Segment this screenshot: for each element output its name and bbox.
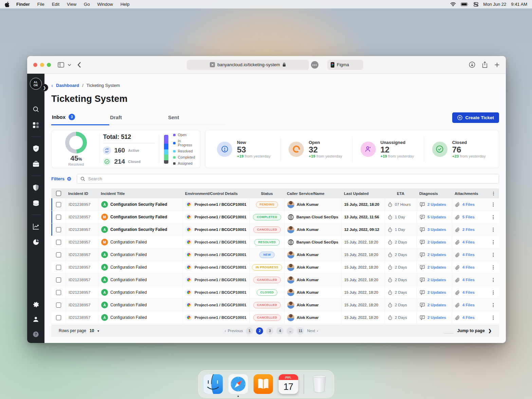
previous-page-button[interactable]: ‹ Previous bbox=[225, 329, 243, 333]
updates-link[interactable]: 2 Updates bbox=[427, 253, 446, 257]
updates-link[interactable]: 2 Updates bbox=[427, 202, 446, 206]
updates-link[interactable]: 2 Updates bbox=[427, 265, 446, 269]
row-checkbox[interactable] bbox=[56, 315, 61, 320]
files-link[interactable]: 4 Files bbox=[462, 253, 475, 257]
row-menu-button[interactable]: ⋮ bbox=[488, 198, 499, 211]
control-center-icon[interactable] bbox=[474, 2, 478, 7]
apple-logo-icon[interactable] bbox=[5, 2, 10, 7]
url-bar[interactable]: ✕ banyancloud.io/ticketing-system bbox=[187, 60, 309, 70]
page-options-button[interactable]: ••• bbox=[311, 61, 318, 69]
files-link[interactable]: 4 Files bbox=[462, 315, 475, 320]
tab-draft[interactable]: Draft bbox=[109, 112, 167, 125]
table-row[interactable]: ID21238957AConfiguration Security Falied… bbox=[51, 198, 499, 211]
files-link[interactable]: 4 Files bbox=[462, 240, 475, 244]
table-row[interactable]: ID21238957AConfiguration Security Falied… bbox=[51, 223, 499, 236]
downloads-icon[interactable] bbox=[469, 61, 475, 68]
page-..[interactable]: .. bbox=[287, 327, 294, 334]
chevron-down-icon[interactable] bbox=[68, 64, 71, 66]
filters-button[interactable]: Filters ⚙ bbox=[51, 176, 71, 182]
wifi-icon[interactable] bbox=[450, 2, 456, 6]
database-icon[interactable] bbox=[32, 199, 40, 207]
user-logo-avatar[interactable]: ALOK bbox=[30, 78, 42, 90]
table-row[interactable]: ID21238957AConfiguration FaliedProject-o… bbox=[51, 286, 499, 299]
finder-dock-icon[interactable] bbox=[203, 374, 223, 394]
chart-line-icon[interactable] bbox=[32, 222, 40, 231]
next-page-button[interactable]: Next › bbox=[307, 329, 318, 333]
shield-check-icon[interactable] bbox=[32, 144, 40, 152]
row-checkbox[interactable] bbox=[56, 227, 61, 232]
updates-link[interactable]: 2 Updates bbox=[427, 303, 446, 307]
page-4[interactable]: 4 bbox=[276, 327, 283, 334]
updates-link[interactable]: 2 Updates bbox=[427, 290, 446, 294]
row-checkbox[interactable] bbox=[56, 277, 61, 283]
safari-dock-icon[interactable] bbox=[228, 374, 248, 394]
updates-link[interactable]: 5 Updates bbox=[427, 215, 446, 219]
page-11[interactable]: 11 bbox=[297, 327, 304, 334]
menu-window[interactable]: Window bbox=[97, 2, 113, 7]
back-button[interactable] bbox=[77, 62, 81, 68]
menu-file[interactable]: File bbox=[37, 2, 44, 7]
table-row[interactable]: ID21238957AConfiguration FaliedProject-o… bbox=[51, 249, 499, 261]
help-icon[interactable]: ? bbox=[32, 330, 40, 338]
row-menu-button[interactable]: ⋮ bbox=[488, 211, 499, 223]
files-link[interactable]: 4 Files bbox=[462, 265, 475, 269]
sidebar-toggle-icon[interactable] bbox=[58, 62, 64, 68]
updates-link[interactable]: 2 Updates bbox=[427, 315, 446, 320]
search-input[interactable] bbox=[88, 176, 495, 181]
search-box[interactable] bbox=[77, 174, 499, 184]
tab-sent[interactable]: Sent bbox=[167, 112, 225, 125]
page-1[interactable]: 1 bbox=[246, 327, 253, 334]
row-checkbox[interactable] bbox=[56, 240, 61, 245]
table-row[interactable]: ID21238957AConfiguration FaliedProject-o… bbox=[51, 261, 499, 274]
row-menu-button[interactable]: ⋮ bbox=[488, 249, 499, 261]
jump-to-page-input[interactable] bbox=[444, 328, 454, 333]
updates-link[interactable]: 3 Updates bbox=[427, 228, 446, 232]
books-dock-icon[interactable] bbox=[253, 374, 273, 394]
row-checkbox[interactable] bbox=[56, 215, 61, 220]
breadcrumb-back-icon[interactable]: ‹ bbox=[51, 83, 53, 88]
row-checkbox[interactable] bbox=[56, 303, 61, 308]
menu-help[interactable]: Help bbox=[121, 2, 130, 7]
files-link[interactable]: 5 Files bbox=[462, 215, 475, 219]
updates-link[interactable]: 2 Updates bbox=[427, 278, 446, 282]
row-menu-button[interactable]: ⋮ bbox=[488, 274, 499, 286]
row-menu-button[interactable]: ⋮ bbox=[488, 299, 499, 311]
table-row[interactable]: ID21238957MConfiguration FaliedProject-o… bbox=[51, 236, 499, 249]
row-menu-button[interactable]: ⋮ bbox=[488, 236, 499, 248]
trash-dock-icon[interactable] bbox=[309, 374, 329, 394]
apps-grid-icon[interactable] bbox=[32, 121, 40, 129]
files-link[interactable]: 4 Files bbox=[462, 278, 475, 282]
page-3[interactable]: 3 bbox=[266, 327, 273, 334]
shield-half-icon[interactable] bbox=[32, 183, 40, 192]
tab-inbox[interactable]: Inbox3 bbox=[51, 112, 109, 125]
row-checkbox[interactable] bbox=[56, 252, 61, 257]
row-checkbox[interactable] bbox=[56, 265, 61, 270]
menu-view[interactable]: View bbox=[67, 2, 76, 7]
new-tab-icon[interactable] bbox=[494, 62, 500, 68]
menu-finder[interactable]: Finder bbox=[16, 2, 30, 7]
table-row[interactable]: ID21238957AConfiguration FaliedProject-o… bbox=[51, 274, 499, 286]
close-window-button[interactable] bbox=[33, 63, 37, 67]
row-menu-button[interactable]: ⋮ bbox=[488, 311, 499, 324]
create-ticket-button[interactable]: Create Ticket bbox=[452, 112, 499, 123]
row-menu-button[interactable]: ⋮ bbox=[488, 223, 499, 236]
battery-icon[interactable] bbox=[461, 2, 469, 6]
row-menu-button[interactable]: ⋮ bbox=[488, 261, 499, 273]
row-menu-button[interactable]: ⋮ bbox=[488, 286, 499, 298]
updates-link[interactable]: 2 Updates bbox=[427, 240, 446, 244]
files-link[interactable]: 4 Files bbox=[462, 202, 475, 206]
row-checkbox[interactable] bbox=[56, 290, 61, 295]
page-2[interactable]: 2 bbox=[256, 327, 263, 334]
files-link[interactable]: 2 Files bbox=[462, 228, 475, 232]
menu-edit[interactable]: Edit bbox=[52, 2, 59, 7]
breadcrumb-dashboard-link[interactable]: Dashboard bbox=[56, 83, 79, 88]
files-link[interactable]: 4 Files bbox=[462, 290, 475, 294]
sidebar-expand-button[interactable]: ❯ bbox=[41, 84, 48, 91]
select-all-checkbox[interactable] bbox=[56, 191, 61, 196]
files-link[interactable]: 4 Files bbox=[462, 303, 475, 307]
briefcase-icon[interactable] bbox=[32, 160, 40, 168]
table-row[interactable]: ID21238957MConfiguration Security Falied… bbox=[51, 211, 499, 223]
settings-gear-icon[interactable] bbox=[32, 300, 40, 308]
search-icon[interactable] bbox=[32, 105, 40, 113]
menu-go[interactable]: Go bbox=[84, 2, 90, 7]
